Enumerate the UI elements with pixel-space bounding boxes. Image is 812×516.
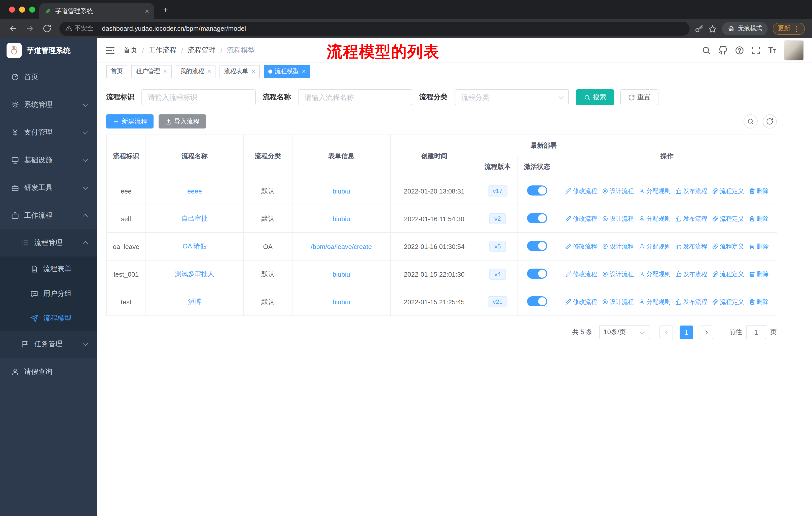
op-assign[interactable]: 分配规则 <box>639 214 671 223</box>
tag-tenant[interactable]: 租户管理× <box>132 65 171 78</box>
form-link[interactable]: biubiu <box>332 298 350 306</box>
sidebar-item-devtools[interactable]: 研发工具 <box>0 174 97 201</box>
show-search-button[interactable] <box>744 114 758 129</box>
op-modify[interactable]: 修改流程 <box>565 242 597 251</box>
sidebar-item-process-form[interactable]: 流程表单 <box>0 256 97 281</box>
op-delete[interactable]: 删除 <box>749 187 769 195</box>
active-switch[interactable] <box>527 185 547 195</box>
new-tab-button[interactable]: + <box>159 3 172 17</box>
current-page-button[interactable]: 1 <box>679 325 693 339</box>
category-select-input[interactable] <box>455 89 569 105</box>
op-definition[interactable]: 流程定义 <box>712 214 744 223</box>
op-design[interactable]: 设计流程 <box>602 298 634 306</box>
op-design[interactable]: 设计流程 <box>602 187 634 195</box>
user-avatar[interactable] <box>784 40 804 60</box>
header-search-icon[interactable] <box>702 45 711 55</box>
form-link[interactable]: /bpm/oa/leave/create <box>311 243 372 250</box>
op-assign[interactable]: 分配规则 <box>639 187 671 195</box>
breadcrumb-process-management[interactable]: 流程管理 <box>188 46 216 55</box>
sidebar-item-process-management[interactable]: 流程管理 <box>0 229 97 256</box>
filter-category-select[interactable] <box>455 89 569 105</box>
sidebar-item-system[interactable]: 系统管理 <box>0 91 97 118</box>
process-name-link[interactable]: 测试多审批人 <box>175 270 214 278</box>
op-assign[interactable]: 分配规则 <box>639 270 671 278</box>
page-size-select[interactable]: 10条/页 <box>599 325 649 339</box>
op-modify[interactable]: 修改流程 <box>565 214 597 223</box>
process-name-link[interactable]: eeee <box>187 187 202 195</box>
reset-button[interactable]: 重置 <box>620 89 659 105</box>
op-definition[interactable]: 流程定义 <box>712 187 744 195</box>
github-icon[interactable] <box>718 45 727 55</box>
op-publish[interactable]: 发布流程 <box>675 242 707 251</box>
tag-home[interactable]: 首页 <box>106 65 127 78</box>
import-process-button[interactable]: 导入流程 <box>158 114 206 129</box>
tag-process-form[interactable]: 流程表单× <box>220 65 260 78</box>
op-publish[interactable]: 发布流程 <box>675 214 707 223</box>
process-name-link[interactable]: 滔博 <box>188 298 201 305</box>
menu-fold-icon[interactable] <box>105 45 115 55</box>
chrome-update-button[interactable]: 更新 ⋮ <box>773 22 805 34</box>
process-name-link[interactable]: 自己审批 <box>181 215 208 222</box>
op-publish[interactable]: 发布流程 <box>675 298 707 306</box>
sidebar-item-home[interactable]: 首页 <box>0 63 97 91</box>
font-size-icon[interactable]: TT <box>768 46 776 55</box>
op-design[interactable]: 设计流程 <box>602 214 634 223</box>
op-definition[interactable]: 流程定义 <box>712 298 744 306</box>
op-delete[interactable]: 删除 <box>749 298 769 306</box>
tag-close-icon[interactable]: × <box>207 67 211 75</box>
browser-menu-icon[interactable]: ⋮ <box>793 24 800 32</box>
minimize-window-button[interactable] <box>19 6 25 12</box>
form-link[interactable]: biubiu <box>332 270 350 278</box>
search-button[interactable]: 搜索 <box>576 89 614 105</box>
create-process-button[interactable]: 新建流程 <box>106 114 153 129</box>
op-delete[interactable]: 删除 <box>749 270 769 278</box>
refresh-table-button[interactable] <box>763 114 777 129</box>
browser-tab[interactable]: 芋道管理系统 × <box>39 3 154 19</box>
tag-close-icon[interactable]: × <box>302 67 306 75</box>
tag-my-process[interactable]: 我的流程× <box>175 65 215 78</box>
op-definition[interactable]: 流程定义 <box>712 270 744 278</box>
op-modify[interactable]: 修改流程 <box>565 298 597 306</box>
op-design[interactable]: 设计流程 <box>602 242 634 251</box>
op-design[interactable]: 设计流程 <box>602 270 634 278</box>
bookmark-star-icon[interactable] <box>708 24 717 33</box>
op-assign[interactable]: 分配规则 <box>639 242 671 251</box>
op-delete[interactable]: 删除 <box>749 214 769 223</box>
sidebar-item-infrastructure[interactable]: 基础设施 <box>0 146 97 174</box>
sidebar-item-user-group[interactable]: 用户分组 <box>0 281 97 306</box>
password-key-icon[interactable] <box>695 24 703 33</box>
breadcrumb-home[interactable]: 首页 <box>123 46 138 55</box>
sidebar-item-task-management[interactable]: 任务管理 <box>0 331 97 358</box>
op-modify[interactable]: 修改流程 <box>565 270 597 278</box>
form-link[interactable]: biubiu <box>332 215 350 222</box>
active-switch[interactable] <box>527 241 547 251</box>
tag-close-icon[interactable]: × <box>163 67 167 75</box>
op-assign[interactable]: 分配规则 <box>639 298 671 306</box>
breadcrumb-workflow[interactable]: 工作流程 <box>148 46 177 55</box>
zoom-window-button[interactable] <box>29 6 35 12</box>
sidebar-item-workflow[interactable]: 工作流程 <box>0 201 97 229</box>
tag-close-icon[interactable]: × <box>251 67 255 75</box>
security-indicator[interactable]: 不安全 <box>65 24 93 33</box>
next-page-button[interactable] <box>700 325 713 339</box>
goto-page-input[interactable] <box>746 325 766 339</box>
sidebar-item-payment[interactable]: 支付管理 <box>0 118 97 146</box>
op-publish[interactable]: 发布流程 <box>675 270 707 278</box>
process-name-link[interactable]: OA 请假 <box>182 242 206 250</box>
reload-button[interactable] <box>39 21 54 36</box>
close-window-button[interactable] <box>9 6 15 12</box>
tag-process-model[interactable]: 流程模型× <box>264 65 310 78</box>
back-button[interactable] <box>5 21 20 36</box>
forward-button[interactable] <box>22 21 37 36</box>
fullscreen-icon[interactable] <box>752 45 761 55</box>
address-bar[interactable]: 不安全 dashboard.yudao.iocoder.cn/bpm/manag… <box>59 21 690 35</box>
filter-id-input[interactable] <box>141 89 256 105</box>
help-icon[interactable] <box>735 45 744 55</box>
op-publish[interactable]: 发布流程 <box>675 187 707 195</box>
active-switch[interactable] <box>527 213 547 223</box>
active-switch[interactable] <box>527 296 547 306</box>
sidebar-item-process-model[interactable]: 流程模型 <box>0 306 97 331</box>
op-modify[interactable]: 修改流程 <box>565 187 597 195</box>
active-switch[interactable] <box>527 268 547 278</box>
prev-page-button[interactable] <box>660 325 673 339</box>
